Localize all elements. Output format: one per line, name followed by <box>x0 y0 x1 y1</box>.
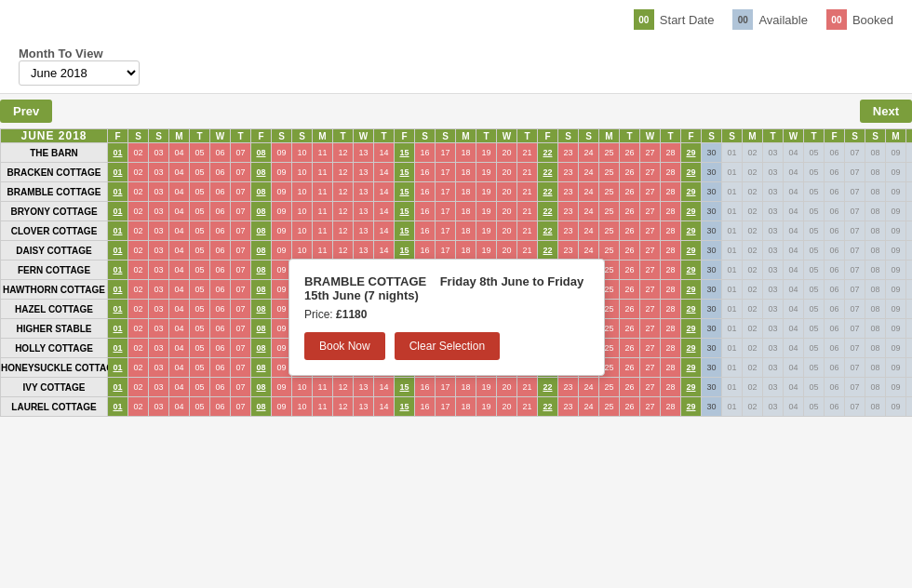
date-cell[interactable]: 01 <box>722 261 743 280</box>
date-cell[interactable]: 04 <box>784 397 804 417</box>
date-cell[interactable]: 07 <box>845 339 865 358</box>
date-cell[interactable]: 05 <box>804 300 825 319</box>
date-cell[interactable]: 02 <box>128 397 149 417</box>
date-cell[interactable]: 03 <box>149 221 169 241</box>
date-cell[interactable]: 21 <box>517 163 538 182</box>
date-cell[interactable]: 04 <box>784 221 804 241</box>
date-cell[interactable]: 29 <box>681 143 702 163</box>
date-cell[interactable]: 28 <box>661 319 681 339</box>
date-cell[interactable]: 15 <box>395 143 415 163</box>
date-cell[interactable]: 06 <box>210 202 231 221</box>
date-cell[interactable]: 05 <box>190 397 210 417</box>
date-cell[interactable]: 10 <box>906 300 913 319</box>
date-cell[interactable]: 01 <box>722 202 743 221</box>
date-cell[interactable]: 20 <box>497 182 517 202</box>
date-cell[interactable]: 06 <box>825 300 845 319</box>
date-cell[interactable]: 01 <box>722 280 743 300</box>
date-cell[interactable]: 07 <box>231 300 251 319</box>
date-cell[interactable]: 20 <box>497 163 517 182</box>
date-cell[interactable]: 02 <box>128 261 149 280</box>
date-cell[interactable]: 01 <box>108 300 128 319</box>
date-cell[interactable]: 07 <box>231 319 251 339</box>
date-cell[interactable]: 14 <box>374 202 395 221</box>
date-cell[interactable]: 28 <box>661 397 681 417</box>
date-cell[interactable]: 19 <box>476 143 497 163</box>
date-cell[interactable]: 08 <box>251 163 272 182</box>
date-cell[interactable]: 18 <box>456 143 476 163</box>
date-cell[interactable]: 29 <box>681 221 702 241</box>
date-cell[interactable]: 02 <box>743 319 763 339</box>
date-cell[interactable]: 05 <box>190 339 210 358</box>
date-cell[interactable]: 11 <box>313 143 333 163</box>
date-cell[interactable]: 02 <box>128 300 149 319</box>
date-cell[interactable]: 10 <box>906 319 913 339</box>
date-cell[interactable]: 07 <box>845 182 865 202</box>
date-cell[interactable]: 07 <box>845 300 865 319</box>
date-cell[interactable]: 03 <box>763 182 784 202</box>
date-cell[interactable]: 30 <box>702 339 722 358</box>
date-cell[interactable]: 14 <box>374 182 395 202</box>
date-cell[interactable]: 19 <box>476 182 497 202</box>
date-cell[interactable]: 10 <box>906 280 913 300</box>
date-cell[interactable]: 06 <box>210 300 231 319</box>
date-cell[interactable]: 27 <box>640 358 661 378</box>
date-cell[interactable]: 07 <box>231 163 251 182</box>
date-cell[interactable]: 19 <box>476 163 497 182</box>
date-cell[interactable]: 18 <box>456 163 476 182</box>
date-cell[interactable]: 04 <box>169 182 190 202</box>
date-cell[interactable]: 28 <box>661 300 681 319</box>
date-cell[interactable]: 01 <box>722 319 743 339</box>
date-cell[interactable]: 17 <box>436 378 456 397</box>
date-cell[interactable]: 23 <box>558 202 579 221</box>
date-cell[interactable]: 27 <box>640 397 661 417</box>
date-cell[interactable]: 09 <box>886 378 906 397</box>
date-cell[interactable]: 21 <box>517 182 538 202</box>
date-cell[interactable]: 28 <box>661 280 681 300</box>
date-cell[interactable]: 08 <box>251 378 272 397</box>
date-cell[interactable]: 10 <box>906 339 913 358</box>
date-cell[interactable]: 22 <box>538 397 558 417</box>
date-cell[interactable]: 13 <box>354 143 374 163</box>
date-cell[interactable]: 01 <box>108 143 128 163</box>
date-cell[interactable]: 01 <box>722 182 743 202</box>
date-cell[interactable]: 07 <box>845 202 865 221</box>
date-cell[interactable]: 26 <box>620 241 640 261</box>
date-cell[interactable]: 27 <box>640 241 661 261</box>
date-cell[interactable]: 27 <box>640 202 661 221</box>
date-cell[interactable]: 02 <box>128 280 149 300</box>
date-cell[interactable]: 03 <box>763 397 784 417</box>
date-cell[interactable]: 01 <box>108 182 128 202</box>
date-cell[interactable]: 24 <box>579 163 599 182</box>
date-cell[interactable]: 09 <box>272 143 292 163</box>
date-cell[interactable]: 25 <box>599 202 620 221</box>
date-cell[interactable]: 08 <box>865 202 886 221</box>
date-cell[interactable]: 03 <box>763 163 784 182</box>
date-cell[interactable]: 26 <box>620 221 640 241</box>
date-cell[interactable]: 29 <box>681 319 702 339</box>
date-cell[interactable]: 30 <box>702 163 722 182</box>
date-cell[interactable]: 14 <box>374 221 395 241</box>
date-cell[interactable]: 09 <box>272 221 292 241</box>
date-cell[interactable]: 02 <box>128 143 149 163</box>
date-cell[interactable]: 03 <box>149 202 169 221</box>
date-cell[interactable]: 12 <box>333 163 354 182</box>
date-cell[interactable]: 15 <box>395 241 415 261</box>
date-cell[interactable]: 05 <box>190 163 210 182</box>
date-cell[interactable]: 09 <box>272 202 292 221</box>
date-cell[interactable]: 10 <box>906 143 913 163</box>
date-cell[interactable]: 08 <box>865 319 886 339</box>
date-cell[interactable]: 30 <box>702 358 722 378</box>
date-cell[interactable]: 29 <box>681 261 702 280</box>
date-cell[interactable]: 09 <box>886 397 906 417</box>
date-cell[interactable]: 29 <box>681 241 702 261</box>
date-cell[interactable]: 05 <box>190 182 210 202</box>
date-cell[interactable]: 26 <box>620 280 640 300</box>
date-cell[interactable]: 30 <box>702 241 722 261</box>
date-cell[interactable]: 26 <box>620 182 640 202</box>
date-cell[interactable]: 02 <box>743 339 763 358</box>
prev-button[interactable]: Prev <box>0 100 52 123</box>
date-cell[interactable]: 12 <box>333 202 354 221</box>
date-cell[interactable]: 12 <box>333 241 354 261</box>
date-cell[interactable]: 01 <box>108 280 128 300</box>
date-cell[interactable]: 26 <box>620 300 640 319</box>
